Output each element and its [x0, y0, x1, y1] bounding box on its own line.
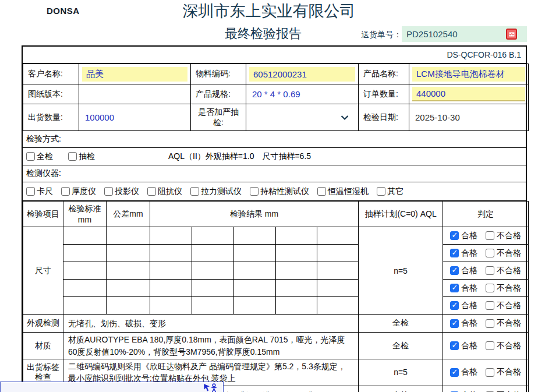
result-cell[interactable]: [150, 262, 192, 280]
pass-checkbox[interactable]: [450, 231, 459, 240]
fail-checkbox[interactable]: [486, 266, 494, 275]
product-name-input[interactable]: LCM接地导电泡棉卷材: [412, 67, 525, 82]
standard-cell[interactable]: [63, 280, 107, 297]
projector-checkbox[interactable]: [104, 187, 113, 196]
other-instrument-label: 其它: [387, 186, 404, 197]
product-spec-value[interactable]: 20 * 4 * 0.69: [246, 84, 359, 104]
inspection-method-section-label: 检验方式:: [23, 131, 526, 148]
impedance-label: 阻抗仪: [158, 186, 182, 197]
result-cell[interactable]: [150, 280, 192, 297]
page-title: 最终检验报告: [225, 25, 302, 43]
fail-checkbox[interactable]: [486, 249, 494, 257]
fail-checkbox[interactable]: [486, 231, 494, 240]
fail-checkbox[interactable]: [486, 301, 494, 310]
tolerance-cell[interactable]: [107, 280, 150, 297]
tension-tester-checkbox[interactable]: [190, 187, 199, 196]
pass-checkbox[interactable]: [450, 368, 459, 377]
result-cell[interactable]: [317, 227, 359, 245]
standard-cell[interactable]: [63, 262, 107, 280]
sampling-inspection-checkbox[interactable]: [68, 152, 77, 161]
rohs-sampling: 全检: [359, 386, 443, 392]
adhesion-tester-checkbox[interactable]: [250, 187, 259, 196]
result-cell[interactable]: [234, 245, 276, 262]
pass-checkbox[interactable]: [450, 319, 459, 328]
pass-checkbox[interactable]: [450, 341, 459, 350]
ship-qty-label: 出货数量:: [23, 104, 79, 131]
fail-checkbox[interactable]: [486, 368, 494, 377]
full-inspection-label: 全检: [37, 151, 53, 162]
thickness-gauge-label: 厚度仪: [72, 186, 96, 197]
result-cell[interactable]: [150, 297, 192, 315]
result-cell[interactable]: [276, 262, 317, 280]
result-cell[interactable]: [276, 297, 317, 315]
result-cell[interactable]: [234, 227, 276, 245]
result-cell[interactable]: [234, 280, 276, 297]
result-cell[interactable]: [276, 227, 317, 245]
climate-chamber-label: 恒温恒湿机: [328, 186, 369, 197]
fail-label: 不合格: [497, 283, 521, 294]
other-instrument-checkbox[interactable]: [377, 187, 385, 196]
pass-label: 合格: [461, 367, 477, 377]
tolerance-cell[interactable]: [107, 245, 150, 262]
result-cell[interactable]: [192, 297, 234, 315]
tolerance-cell[interactable]: [107, 227, 150, 245]
standard-cell[interactable]: [63, 297, 107, 315]
tolerance-cell[interactable]: [107, 262, 150, 280]
appearance-sampling: 全检: [359, 315, 443, 333]
result-cell[interactable]: [317, 262, 359, 280]
pass-checkbox[interactable]: [450, 249, 459, 257]
dimension-row-1: 尺寸 n=5 合格 不合格: [23, 227, 529, 245]
header-result: 检验结果 mm: [150, 202, 359, 227]
drawing-version-cell[interactable]: [79, 84, 191, 104]
drawing-version-label: 图纸版本:: [23, 84, 79, 104]
delivery-no-value: PD25102540: [406, 29, 458, 39]
material-content: 材质AUROTYPE EBA 180,厚度0.18mm，表面颜色RAL 7015…: [63, 333, 359, 359]
customer-cell: 品美: [79, 64, 191, 84]
fail-label: 不合格: [497, 318, 521, 329]
full-inspection-checkbox[interactable]: [26, 152, 35, 161]
result-cell[interactable]: [192, 262, 234, 280]
customer-input[interactable]: 品美: [82, 67, 187, 82]
pass-label: 合格: [461, 248, 477, 259]
adhesion-tester-label: 持粘性测试仪: [260, 186, 309, 197]
inspection-date-value[interactable]: 2025-10-30: [409, 104, 529, 131]
order-qty-label: 订单数量:: [359, 84, 409, 104]
result-cell[interactable]: [192, 280, 234, 297]
order-qty-input[interactable]: 440000: [412, 87, 525, 101]
fail-checkbox[interactable]: [486, 319, 494, 328]
pass-checkbox[interactable]: [450, 301, 459, 310]
result-cell[interactable]: [317, 297, 359, 315]
caliper-checkbox[interactable]: [26, 187, 35, 196]
result-cell[interactable]: [150, 245, 192, 262]
tolerance-cell[interactable]: [107, 297, 150, 315]
result-cell[interactable]: [276, 245, 317, 262]
result-cell[interactable]: [234, 297, 276, 315]
fail-checkbox[interactable]: [486, 284, 494, 292]
pass-checkbox[interactable]: [450, 266, 459, 275]
drag-tooltip-overlay: [0, 382, 224, 392]
standard-cell[interactable]: [63, 245, 107, 262]
result-cell[interactable]: [150, 227, 192, 245]
pass-checkbox[interactable]: [450, 284, 459, 292]
strict-sampling-dropdown[interactable]: [246, 104, 359, 131]
fail-checkbox[interactable]: [486, 341, 494, 350]
result-cell[interactable]: [276, 280, 317, 297]
climate-chamber-checkbox[interactable]: [317, 187, 326, 196]
standard-cell[interactable]: [63, 227, 107, 245]
impedance-checkbox[interactable]: [147, 187, 156, 196]
material-code-input[interactable]: 60512000231: [249, 67, 355, 82]
result-cell[interactable]: [317, 280, 359, 297]
verdict-cell: 合格 不合格: [443, 333, 529, 359]
pass-label: 合格: [461, 318, 477, 329]
verdict-cell: 合格 不合格: [443, 280, 529, 297]
result-cell[interactable]: [317, 245, 359, 262]
thickness-gauge-checkbox[interactable]: [61, 187, 70, 196]
tension-tester-label: 拉力测试仪: [201, 186, 242, 197]
ship-qty-value[interactable]: 100000: [79, 104, 191, 131]
result-cell[interactable]: [192, 227, 234, 245]
result-cell[interactable]: [234, 262, 276, 280]
caliper-label: 卡尺: [37, 186, 53, 197]
inspection-method-options: 全检 抽检 AQL（II）外观抽样=1.0 尺寸抽样=6.5: [23, 148, 526, 165]
result-cell[interactable]: [192, 245, 234, 262]
pass-label: 合格: [461, 231, 477, 241]
